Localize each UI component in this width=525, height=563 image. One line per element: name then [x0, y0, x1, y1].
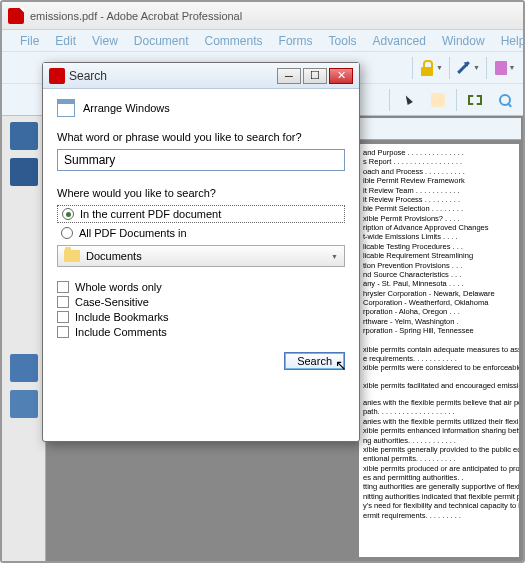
document-page[interactable]: and Purpose . . . . . . . . . . . . . .s…: [359, 144, 519, 557]
chevron-down-icon: ▼: [473, 64, 480, 71]
menu-window[interactable]: Window: [434, 34, 493, 48]
sidebar-tab-pages[interactable]: [10, 122, 38, 150]
menu-view[interactable]: View: [84, 34, 126, 48]
forms-button[interactable]: ▼: [493, 56, 517, 80]
doc-text-line: hrysler Corporation - Newark, Delaware: [363, 289, 515, 298]
doc-text-line: tion Prevention Provisions . . .: [363, 261, 515, 270]
doc-text-line: it Review Process . . . . . . . . .: [363, 195, 515, 204]
minimize-button[interactable]: ─: [277, 68, 301, 84]
doc-text-line: ble Permit Selection . . . . . . . .: [363, 204, 515, 213]
check-case-sensitive[interactable]: Case-Sensitive: [57, 296, 345, 308]
radio-current-doc[interactable]: In the current PDF document: [57, 205, 345, 223]
doc-text-line: xible Permit Provisions? . . . .: [363, 214, 515, 223]
separator: [412, 57, 413, 79]
selection-icon: [468, 95, 482, 105]
doc-text-line: xible permits were considered to be enfo…: [363, 363, 515, 372]
menu-advanced[interactable]: Advanced: [365, 34, 434, 48]
doc-text-line: rporation - Spring Hill, Tennessee: [363, 326, 515, 335]
app-window: emissions.pdf - Adobe Acrobat Profession…: [0, 0, 525, 563]
pencil-icon: [457, 61, 470, 74]
doc-text-line: nitting authorities indicated that flexi…: [363, 492, 515, 501]
doc-text-line: Corporation - Weatherford, Oklahoma: [363, 298, 515, 307]
select-tool[interactable]: [396, 88, 420, 112]
checkbox-icon: [57, 311, 69, 323]
doc-text-line: [363, 373, 515, 381]
check-include-bookmarks[interactable]: Include Bookmarks: [57, 311, 345, 323]
doc-text-line: and Purpose . . . . . . . . . . . . . .: [363, 148, 515, 157]
search-input[interactable]: [57, 149, 345, 171]
search-body: Arrange Windows What word or phrase woul…: [43, 89, 359, 380]
check-label: Include Comments: [75, 326, 167, 338]
doc-text-line: xible permits produced or are anticipate…: [363, 464, 515, 473]
search-window: Search ─ ☐ ✕ Arrange Windows What word o…: [42, 62, 360, 442]
menu-file[interactable]: File: [12, 34, 47, 48]
folder-icon: [64, 250, 80, 262]
location-dropdown[interactable]: Documents ▼: [57, 245, 345, 267]
close-button[interactable]: ✕: [329, 68, 353, 84]
separator: [389, 89, 390, 111]
doc-text-line: ermit requirements. . . . . . . . .: [363, 511, 515, 520]
hand-tool[interactable]: [426, 88, 450, 112]
check-include-comments[interactable]: Include Comments: [57, 326, 345, 338]
doc-text-line: xible permits contain adequate measures …: [363, 345, 515, 354]
arrange-icon: [57, 99, 75, 117]
arrow-cursor-icon: [403, 94, 413, 105]
sidebar-tab-bookmarks[interactable]: [10, 158, 38, 186]
chevron-down-icon: ▼: [509, 64, 516, 71]
search-button[interactable]: Search: [284, 352, 345, 370]
sign-button[interactable]: ▼: [456, 56, 480, 80]
window-buttons: ─ ☐ ✕: [277, 68, 353, 84]
doc-text-line: licable Testing Procedures . . .: [363, 242, 515, 251]
doc-text-line: xible permits generally provided to the …: [363, 445, 515, 454]
radio-all-docs[interactable]: All PDF Documents in: [57, 225, 345, 241]
sidebar-tab-comments[interactable]: [10, 390, 38, 418]
doc-text-line: rporation - Aloha, Oregon . . .: [363, 307, 515, 316]
check-label: Case-Sensitive: [75, 296, 149, 308]
doc-text-line: xible permits enhanced information shari…: [363, 426, 515, 435]
where-prompt: Where would you like to search?: [57, 187, 345, 199]
checkbox-icon: [57, 281, 69, 293]
check-label: Whole words only: [75, 281, 162, 293]
sidebar-tab-attachments[interactable]: [10, 354, 38, 382]
doc-text-line: [363, 390, 515, 398]
radio-label: All PDF Documents in: [79, 227, 187, 239]
menu-comments[interactable]: Comments: [197, 34, 271, 48]
separator: [486, 57, 487, 79]
check-whole-words[interactable]: Whole words only: [57, 281, 345, 293]
menu-document[interactable]: Document: [126, 34, 197, 48]
search-title: Search: [69, 69, 277, 83]
menu-help[interactable]: Help: [493, 34, 525, 48]
main-titlebar: emissions.pdf - Adobe Acrobat Profession…: [2, 2, 523, 30]
main-menu: File Edit View Document Comments Forms T…: [2, 30, 523, 52]
doc-text-line: oach and Process . . . . . . . . . .: [363, 167, 515, 176]
clipboard-icon: [495, 61, 507, 75]
close-icon: ✕: [337, 69, 346, 82]
search-button-row: Search ↖: [57, 352, 345, 370]
doc-text-line: entional permits. . . . . . . . . .: [363, 454, 515, 463]
doc-text-line: ng authorities. . . . . . . . . . . .: [363, 436, 515, 445]
maximize-button[interactable]: ☐: [303, 68, 327, 84]
menu-forms[interactable]: Forms: [271, 34, 321, 48]
zoom-tool[interactable]: [493, 88, 517, 112]
doc-text-line: t-wide Emissions Limits . . . .: [363, 232, 515, 241]
search-titlebar[interactable]: Search ─ ☐ ✕: [43, 63, 359, 89]
doc-text-line: e requirements. . . . . . . . . . .: [363, 354, 515, 363]
marquee-zoom[interactable]: [463, 88, 487, 112]
doc-text-line: y's need for flexibility and technical c…: [363, 501, 515, 510]
doc-text-line: nd Source Characteristics . . .: [363, 270, 515, 279]
doc-text-line: ible Permit Review Framework: [363, 176, 515, 185]
menu-edit[interactable]: Edit: [47, 34, 84, 48]
doc-text-line: xible permits facilitated and encouraged…: [363, 381, 515, 390]
secure-button[interactable]: ▼: [419, 56, 443, 80]
doc-text-line: s Report . . . . . . . . . . . . . . . .…: [363, 157, 515, 166]
arrange-windows-link[interactable]: Arrange Windows: [57, 99, 345, 117]
doc-text-line: rthware - Yelm, Washington .: [363, 317, 515, 326]
menu-tools[interactable]: Tools: [321, 34, 365, 48]
arrange-label: Arrange Windows: [83, 102, 170, 114]
doc-text-line: licable Requirement Streamlining: [363, 251, 515, 260]
doc-text-line: anies with the flexible permits believe …: [363, 398, 515, 407]
maximize-icon: ☐: [310, 69, 320, 82]
nav-sidebar: [2, 116, 46, 561]
radio-label: In the current PDF document: [80, 208, 221, 220]
doc-text-line: tting authorities are generally supporti…: [363, 482, 515, 491]
